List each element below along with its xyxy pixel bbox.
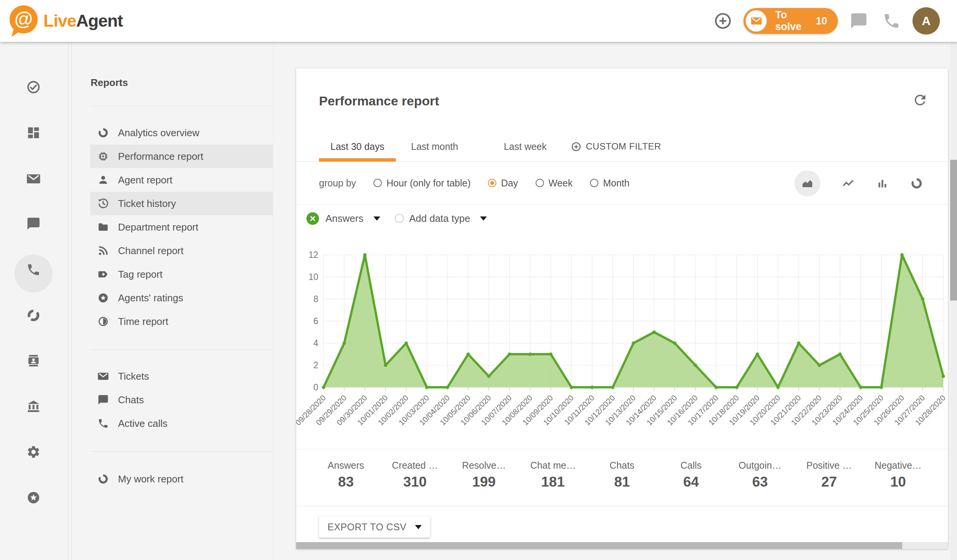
reports-menu-group-3: My work report — [90, 467, 273, 491]
rail-item-tasks[interactable] — [24, 78, 43, 96]
add-data-type-radio[interactable] — [395, 214, 404, 223]
history-clock-icon — [97, 198, 109, 209]
reports-menu-panel: Reports Analytics overview Performance r… — [71, 42, 273, 560]
horizontal-scrollbar[interactable] — [296, 542, 948, 549]
phone-icon — [882, 12, 901, 30]
menu-item-agent-report[interactable]: Agent report — [90, 168, 273, 192]
menu-item-label: Chats — [118, 394, 144, 406]
menu-item-agents-ratings[interactable]: Agents' ratings — [90, 286, 273, 310]
date-range-tabs: Last 30 days Last month Last week CUSTOM… — [319, 131, 665, 162]
menu-item-active-calls[interactable]: Active calls — [90, 412, 273, 435]
chevron-down-icon[interactable] — [480, 216, 487, 221]
vertical-scrollbar[interactable] — [950, 42, 957, 560]
dashboard-icon — [26, 126, 41, 140]
donut-chart-button[interactable] — [910, 177, 923, 190]
group-by-option-day[interactable]: Day — [483, 178, 518, 189]
to-solve-button[interactable]: To solve 10 — [743, 8, 838, 34]
rail-item-customers[interactable] — [24, 352, 43, 370]
menu-item-time-report[interactable]: Time report — [90, 310, 273, 333]
radio-icon[interactable] — [536, 179, 544, 187]
stat-resolved[interactable]: Resolve… 199 — [450, 449, 518, 506]
export-to-csv-button[interactable]: EXPORT TO CSV — [319, 516, 430, 538]
vertical-scrollbar-thumb[interactable] — [950, 160, 957, 301]
tag-plus-icon — [97, 269, 109, 280]
svg-text:8: 8 — [313, 294, 318, 304]
tab-last-30-days[interactable]: Last 30 days — [319, 131, 396, 162]
menu-item-department-report[interactable]: Department report — [90, 215, 273, 239]
svg-text:10: 10 — [308, 272, 318, 282]
group-by-option-hour[interactable]: Hour (only for table) — [369, 178, 471, 189]
tab-last-week[interactable]: Last week — [492, 131, 558, 162]
rail-item-settings[interactable] — [24, 443, 43, 461]
page-title: Performance report — [319, 91, 439, 111]
bank-icon — [26, 399, 41, 414]
person-icon — [97, 174, 109, 186]
stat-positive[interactable]: Positive … 27 — [794, 449, 863, 506]
stat-chats[interactable]: Chats 81 — [587, 449, 656, 506]
rail-item-dashboard[interactable] — [24, 124, 43, 142]
svg-text:6: 6 — [313, 316, 318, 326]
add-data-type-label[interactable]: Add data type — [409, 213, 470, 224]
add-new-button[interactable] — [714, 12, 732, 30]
menu-item-analytics-overview[interactable]: Analytics overview — [90, 121, 273, 145]
radio-icon[interactable] — [590, 179, 598, 187]
reports-menu-group-2: Tickets Chats Active calls — [90, 364, 273, 435]
rail-item-tickets[interactable] — [24, 170, 43, 188]
custom-filter-button[interactable]: CUSTOM FILTER — [567, 141, 665, 152]
stat-calls[interactable]: Calls 64 — [657, 449, 726, 506]
group-by-option-week[interactable]: Week — [531, 178, 573, 189]
divider — [91, 451, 273, 452]
to-solve-envelope-badge — [746, 10, 767, 32]
rail-item-starred[interactable] — [24, 488, 43, 507]
chevron-down-icon — [415, 525, 422, 529]
rail-item-chats[interactable] — [24, 215, 43, 233]
stat-created[interactable]: Created … 310 — [380, 449, 449, 506]
horizontal-scrollbar-thumb[interactable] — [296, 542, 902, 549]
to-solve-count: 10 — [816, 15, 827, 27]
menu-item-chats[interactable]: Chats — [90, 388, 273, 412]
check-circle-icon — [26, 80, 41, 94]
menu-item-ticket-history[interactable]: Ticket history — [90, 192, 273, 215]
rail-item-company[interactable] — [24, 397, 43, 415]
donut-loader-icon — [97, 473, 109, 485]
chart-area[interactable]: 02468101209/28/202009/29/202009/30/20201… — [296, 247, 948, 449]
refresh-button[interactable] — [912, 92, 928, 108]
menu-item-channel-report[interactable]: Channel report — [90, 239, 273, 262]
bar-chart-button[interactable] — [876, 177, 889, 190]
rail-item-calls[interactable] — [24, 261, 43, 279]
chart-type-switcher — [794, 162, 923, 205]
divider — [91, 350, 273, 350]
menu-item-tag-report[interactable]: Tag report — [90, 262, 273, 286]
stat-negative[interactable]: Negative… 10 — [864, 449, 933, 506]
chevron-down-icon[interactable] — [373, 216, 380, 221]
export-row: EXPORT TO CSV — [296, 506, 948, 542]
svg-text:4: 4 — [313, 338, 318, 348]
line-chart-button[interactable] — [842, 177, 855, 190]
menu-item-my-work-report[interactable]: My work report — [90, 467, 273, 491]
reports-menu-group-1: Analytics overview Performance report Ag… — [90, 121, 273, 333]
area-chart-button[interactable] — [794, 170, 820, 196]
remove-series-button[interactable] — [306, 212, 319, 225]
bar-chart-icon — [876, 177, 889, 190]
group-by-option-month[interactable]: Month — [585, 178, 629, 189]
stat-answers[interactable]: Answers 83 — [311, 449, 380, 506]
menu-item-performance-report[interactable]: Performance report — [90, 145, 273, 168]
donut-loader-icon — [910, 177, 923, 190]
menu-item-tickets[interactable]: Tickets — [90, 364, 273, 388]
performance-chart[interactable]: 02468101209/28/202009/29/202009/30/20201… — [296, 247, 948, 449]
stat-chat-messages[interactable]: Chat me… 181 — [518, 449, 587, 506]
svg-text:0: 0 — [313, 382, 318, 392]
menu-item-label: Performance report — [118, 151, 203, 162]
radio-icon[interactable] — [373, 179, 382, 187]
header-chats-button[interactable] — [850, 12, 868, 30]
header-calls-button[interactable] — [882, 12, 901, 30]
star-circle-icon — [26, 490, 41, 505]
menu-item-label: Analytics overview — [118, 127, 199, 139]
tab-last-month[interactable]: Last month — [400, 131, 470, 162]
stat-outgoing[interactable]: Outgoin… 63 — [726, 449, 794, 506]
radio-selected-icon[interactable] — [488, 179, 496, 187]
rail-item-reports[interactable] — [24, 306, 43, 325]
phone-icon — [97, 418, 109, 429]
liveagent-logo: @ LiveAgent — [8, 5, 123, 37]
user-avatar[interactable]: A — [912, 7, 940, 35]
